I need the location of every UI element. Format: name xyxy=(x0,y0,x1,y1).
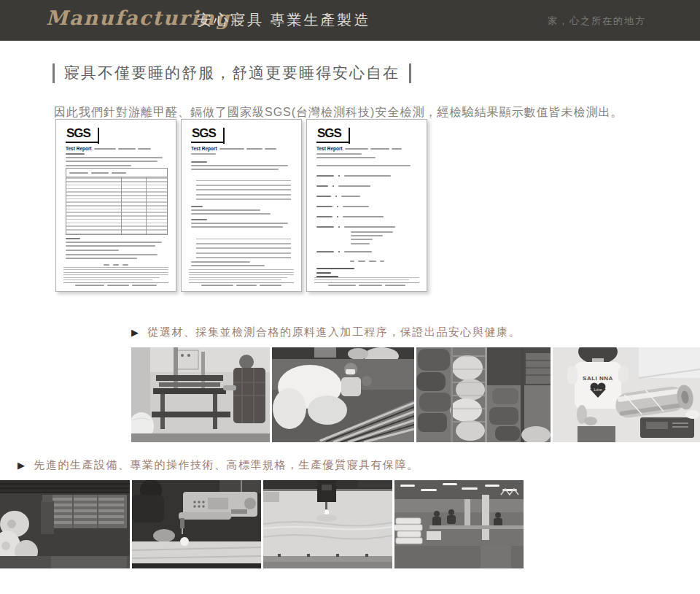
process-step-2-text: 先進的生產設備、專業的操作技術、高標準規格，生產優質寢具有保障。 xyxy=(34,458,419,472)
report-title: Test Report xyxy=(191,146,217,151)
header-tagline: 家，心之所在的地方 xyxy=(548,15,646,28)
report-title: Test Report xyxy=(316,146,343,151)
sgs-certificate-1: SGS Test Report xyxy=(55,119,176,292)
sgs-certificate-3: SGS Test Report xyxy=(306,119,427,292)
result-table-1 xyxy=(196,177,291,201)
photo-duvet-filling xyxy=(272,347,414,442)
result-table-2 xyxy=(196,235,291,258)
section-heading: 寢具不僅要睡的舒服，舒適更要睡得安心自在 xyxy=(52,63,411,83)
tshirt-text-love: Love xyxy=(594,387,602,392)
heading-bar-left xyxy=(52,63,55,83)
manufacturing-page: Manufacturing 安心寢具 專業生產製造 家，心之所在的地方 寢具不僅… xyxy=(0,0,700,594)
arrow-right-icon: ▶ xyxy=(131,328,140,337)
photo-material-stock xyxy=(416,347,551,442)
photo-sewing-floor xyxy=(394,480,524,568)
sgs-certificate-2: SGS Test Report xyxy=(181,119,302,292)
process-step-1: ▶ 從選材、採集並檢測合格的原料進入加工程序，保證出品安心與健康。 xyxy=(131,325,521,339)
photo-packed-roll: SALI NNA Love xyxy=(553,347,700,442)
header-title: 安心寢具 專業生產製造 xyxy=(197,10,371,30)
sgs-logo: SGS xyxy=(316,127,350,143)
photo-strip-1: SALI NNA Love xyxy=(131,347,700,442)
heading-bar-right xyxy=(409,63,411,83)
photo-strip-2 xyxy=(0,480,524,568)
arrow-right-icon: ▶ xyxy=(18,460,26,470)
sgs-logo: SGS xyxy=(66,127,99,143)
process-step-1-text: 從選材、採集並檢測合格的原料進入加工程序，保證出品安心與健康。 xyxy=(148,325,521,339)
photo-warehouse-rolls xyxy=(0,480,130,568)
report-title: Test Report xyxy=(66,146,92,151)
header-bar: Manufacturing 安心寢具 專業生產製造 家，心之所在的地方 xyxy=(0,0,700,41)
sgs-logo: SGS xyxy=(191,127,225,143)
photo-sewing-machine-closeup xyxy=(132,480,261,568)
test-results-table xyxy=(66,168,168,235)
section-heading-text: 寢具不僅要睡的舒服，舒適更要睡得安心自在 xyxy=(64,63,400,83)
intro-paragraph: 因此我們針對游離甲醛、鎘做了國家級SGS(台灣檢測科技)安全檢測，經檢驗結果顯示… xyxy=(54,105,623,120)
photo-quilting-machine xyxy=(263,480,392,568)
photo-pressing-machine xyxy=(131,347,270,442)
process-step-2: ▶ 先進的生產設備、專業的操作技術、高標準規格，生產優質寢具有保障。 xyxy=(18,458,419,472)
tshirt-text: SALI NNA xyxy=(583,375,613,382)
